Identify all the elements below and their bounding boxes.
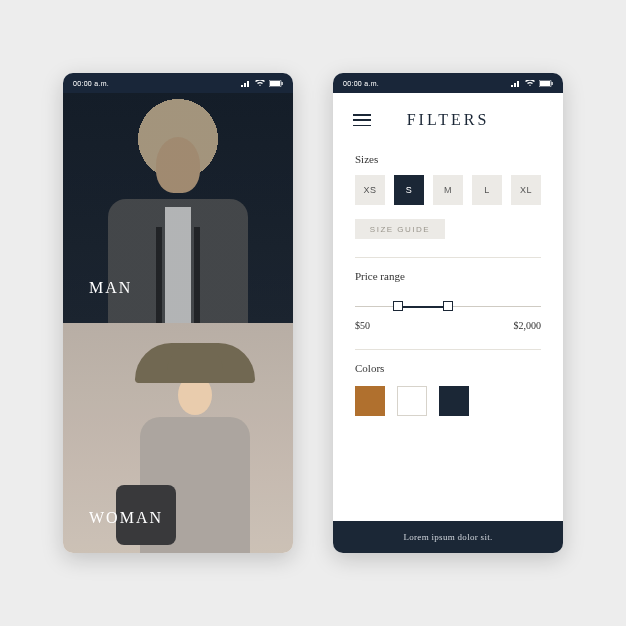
- svg-rect-2: [247, 81, 249, 87]
- color-swatch-1[interactable]: [355, 386, 385, 416]
- colors-label: Colors: [355, 362, 541, 374]
- divider: [355, 349, 541, 350]
- status-bar: 00:00 a.m.: [63, 73, 293, 93]
- status-time: 00:00 a.m.: [73, 80, 109, 87]
- battery-icon: [269, 80, 283, 87]
- color-swatch-2[interactable]: [397, 386, 427, 416]
- wifi-icon: [255, 80, 265, 87]
- size-guide-button[interactable]: SIZE GUIDE: [355, 219, 445, 239]
- svg-rect-4: [270, 81, 280, 86]
- slider-handle-min[interactable]: [393, 301, 403, 311]
- status-time: 00:00 a.m.: [343, 80, 379, 87]
- svg-rect-6: [511, 85, 513, 87]
- phone-categories: 00:00 a.m. MAN WOMAN: [63, 73, 293, 553]
- svg-rect-11: [552, 82, 553, 85]
- price-label: Price range: [355, 270, 541, 282]
- divider: [355, 257, 541, 258]
- category-man-label: MAN: [89, 279, 132, 297]
- size-s[interactable]: S: [394, 175, 424, 205]
- page-title: FILTERS: [371, 111, 525, 129]
- category-woman-label: WOMAN: [89, 509, 163, 527]
- size-l[interactable]: L: [472, 175, 502, 205]
- color-swatch-3[interactable]: [439, 386, 469, 416]
- wifi-icon: [525, 80, 535, 87]
- price-slider[interactable]: [355, 296, 541, 318]
- svg-rect-0: [241, 85, 243, 87]
- price-min: $50: [355, 320, 370, 331]
- slider-handle-max[interactable]: [443, 301, 453, 311]
- svg-rect-8: [517, 81, 519, 87]
- signal-icon: [241, 80, 251, 87]
- color-options: [355, 386, 541, 416]
- category-man[interactable]: MAN: [63, 93, 293, 323]
- status-icons: [511, 80, 553, 87]
- price-max: $2,000: [514, 320, 542, 331]
- signal-icon: [511, 80, 521, 87]
- status-icons: [241, 80, 283, 87]
- size-xs[interactable]: XS: [355, 175, 385, 205]
- status-bar: 00:00 a.m.: [333, 73, 563, 93]
- phone-filters: 00:00 a.m. FILTERS Sizes XS S M L XL SIZ…: [333, 73, 563, 553]
- sizes-label: Sizes: [355, 153, 541, 165]
- menu-icon[interactable]: [353, 114, 371, 126]
- size-xl[interactable]: XL: [511, 175, 541, 205]
- footer-text: Lorem ipsum dolor sit.: [403, 532, 492, 542]
- category-woman[interactable]: WOMAN: [63, 323, 293, 553]
- svg-rect-10: [540, 81, 550, 86]
- size-options: XS S M L XL: [355, 175, 541, 205]
- size-m[interactable]: M: [433, 175, 463, 205]
- footer-bar: Lorem ipsum dolor sit.: [333, 521, 563, 553]
- svg-rect-7: [514, 83, 516, 87]
- svg-rect-1: [244, 83, 246, 87]
- battery-icon: [539, 80, 553, 87]
- svg-rect-5: [282, 82, 283, 85]
